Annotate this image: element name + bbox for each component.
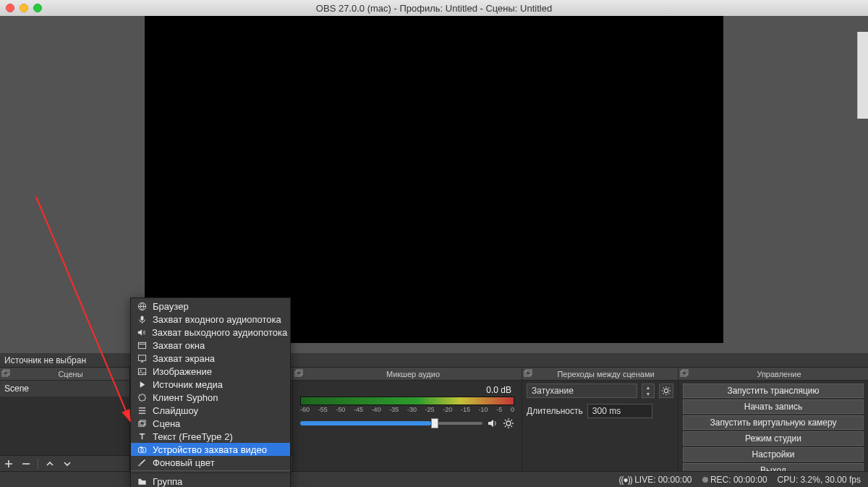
mixer-meter [300,397,514,405]
detach-icon[interactable] [680,369,690,379]
transitions-title: Переходы между сценами [534,370,678,378]
svg-rect-1 [4,370,9,375]
svg-line-25 [668,393,669,394]
detach-icon[interactable] [1,369,12,379]
record-dot-icon [702,477,708,483]
controls-title: Управление [690,370,868,378]
gear-icon[interactable] [503,418,514,429]
chevron-down-icon[interactable]: ▼ [642,391,654,397]
titlebar: OBS 27.0.0 (mac) - Профиль: Untitled - С… [0,0,868,16]
svg-rect-29 [682,370,688,375]
control-button-5[interactable]: Выход [683,463,864,471]
menu-separator [131,470,290,473]
add-source-menu[interactable]: БраузерЗахват входного аудиопотокаЗахват… [130,297,291,487]
detach-icon[interactable] [524,369,534,379]
tick-label: -15 [461,406,470,413]
live-status: ((●)) LIVE: 00:00:00 [619,475,692,485]
svg-point-36 [140,370,141,371]
svg-line-13 [505,420,506,421]
svg-rect-18 [526,370,532,375]
svg-rect-31 [140,316,143,321]
duration-label: Длительность [527,406,583,416]
image-icon [137,367,147,376]
menu-item-2[interactable]: Захват выходного аудиопотока [131,326,290,339]
rec-status: REC: 00:00:00 [702,475,767,485]
transitions-body: Затухание ▲ ▼ Длительность 300 ms [522,381,678,471]
monitor-icon [137,354,147,363]
svg-rect-0 [2,371,8,376]
mic-icon [137,315,147,324]
svg-line-26 [663,393,664,394]
add-scene-button[interactable] [0,457,17,471]
scenes-list[interactable]: Scene [0,381,129,455]
controls-header: Управление [678,368,868,381]
transition-select[interactable]: Затухание [527,384,637,398]
tick-label: -5 [496,406,502,413]
menu-item-label: Захват окна [153,340,205,351]
control-button-2[interactable]: Запустить виртуальную камеру [683,415,864,430]
scene-item[interactable]: Scene [0,381,129,397]
tick-label: -50 [336,406,345,413]
mixer-title: Микшер аудио [305,370,522,378]
menu-item-9[interactable]: Сцена [131,417,290,430]
menu-item-7[interactable]: Клиент Syphon [131,391,290,404]
menu-item-0[interactable]: Браузер [131,300,290,313]
menu-item-1[interactable]: Захват входного аудиопотока [131,313,290,326]
menu-item-label: Устройство захвата видео [153,444,267,455]
menu-item-3[interactable]: Захват окна [131,339,290,352]
menu-item-label: Клиент Syphon [153,392,218,403]
tick-label: -60 [300,406,310,413]
control-button-0[interactable]: Запустить трансляцию [683,384,864,398]
tick-label: -40 [372,406,381,413]
mixer-header: Микшер аудио [293,368,522,381]
svg-line-27 [668,388,669,389]
speaker-icon[interactable] [487,418,498,429]
svg-line-24 [663,388,664,389]
detach-icon[interactable] [294,369,305,379]
scenes-dock: Сцены Scene [0,368,130,471]
svg-rect-40 [138,421,143,426]
menu-item-14[interactable]: Группа [131,475,290,487]
transition-settings-button[interactable] [659,384,673,398]
tick-label: -55 [318,406,328,413]
controls-dock: Управление Запустить трансляциюНачать за… [678,368,868,471]
svg-rect-17 [524,371,530,376]
scene-down-button[interactable] [59,457,76,471]
control-button-1[interactable]: Начать запись [683,399,864,414]
menu-item-4[interactable]: Захват экрана [131,352,290,365]
window-icon [137,341,147,350]
menu-item-12[interactable]: Фоновый цвет [131,456,290,469]
duration-field[interactable]: 300 ms [587,404,652,418]
scenes-header: Сцены [0,368,129,381]
menu-item-8[interactable]: Слайдшоу [131,404,290,417]
svg-rect-7 [297,370,302,375]
menu-item-label: Захват входного аудиопотока [153,314,281,325]
controls-body: Запустить трансляциюНачать записьЗапусти… [678,381,868,471]
speaker-dot-icon [137,328,146,337]
menu-item-10[interactable]: Текст (FreeType 2) [131,430,290,443]
svg-rect-41 [140,420,145,425]
mixer-dock: Микшер аудио 0.0 dB -60-55-50-45-40-35-3… [293,368,522,471]
transitions-header: Переходы между сценами [522,368,678,381]
control-button-3[interactable]: Режим студии [683,431,864,446]
mixer-body: 0.0 dB -60-55-50-45-40-35-30-25-20-15-10… [293,381,522,471]
svg-line-14 [511,426,513,428]
menu-item-5[interactable]: Изображение [131,365,290,378]
tick-label: -35 [389,406,399,413]
control-button-4[interactable]: Настройки [683,447,864,462]
svg-rect-6 [295,371,301,376]
transition-stepper[interactable]: ▲ ▼ [642,384,655,398]
app-body: Источник не выбран Сцены Scene [0,16,868,487]
preview-canvas[interactable] [145,16,723,343]
camera-icon [137,445,147,454]
menu-item-6[interactable]: Источник медиа [131,378,290,391]
volume-slider[interactable] [300,422,482,425]
menu-item-11[interactable]: Устройство захвата видео [131,443,290,456]
scene-up-button[interactable] [41,457,59,471]
layers-icon [137,419,147,428]
folder-icon [137,477,147,486]
menu-item-label: Слайдшоу [153,405,198,416]
menu-item-label: Сцена [153,418,180,429]
chevron-up-icon[interactable]: ▲ [642,384,654,391]
remove-scene-button[interactable] [17,457,35,471]
